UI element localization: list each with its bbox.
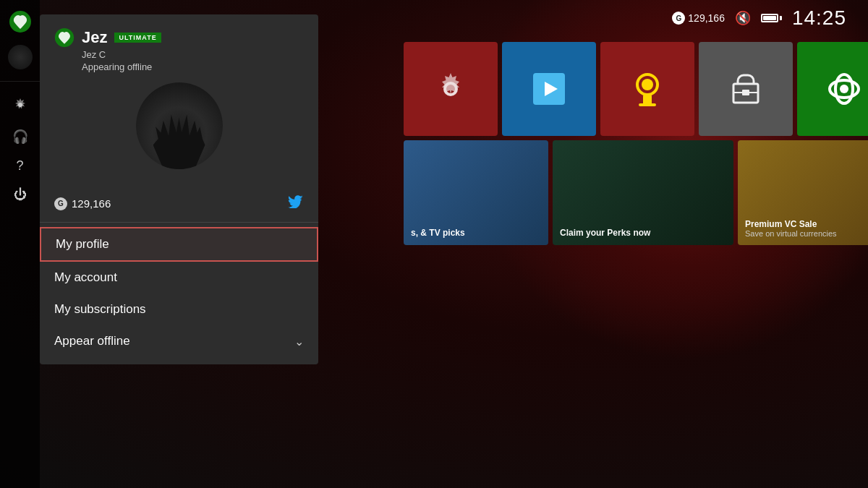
gamerscore-value: 129,166 bbox=[688, 12, 725, 24]
gs-icon: G bbox=[54, 197, 67, 210]
menu-my-profile-label: My profile bbox=[56, 237, 109, 252]
svg-rect-12 bbox=[742, 90, 749, 95]
vc-sublabel: Save on virtual currencies bbox=[745, 229, 868, 238]
tile-gamepass[interactable] bbox=[797, 42, 868, 136]
gamepass-icon bbox=[825, 69, 864, 108]
profile-divider bbox=[40, 222, 318, 223]
svg-rect-9 bbox=[639, 103, 656, 106]
menu-item-my-account[interactable]: My account bbox=[40, 262, 318, 294]
nav-avatar-small bbox=[8, 45, 33, 69]
menu-item-my-profile[interactable]: My profile bbox=[40, 227, 318, 262]
tile-settings[interactable] bbox=[404, 42, 498, 136]
battery-fill bbox=[763, 16, 776, 20]
profile-panel: Jez ULTIMATE Jez C Appearing offline G 1… bbox=[40, 14, 318, 364]
avatar-forest-bg bbox=[136, 82, 223, 169]
nav-icon-settings[interactable] bbox=[13, 98, 27, 114]
profile-avatar-large bbox=[136, 82, 223, 169]
profile-stats-row: G 129,166 bbox=[40, 189, 318, 222]
media-icon bbox=[530, 70, 568, 108]
vc-label: Premium VC Sale bbox=[745, 219, 868, 229]
ultimate-badge: ULTIMATE bbox=[114, 33, 161, 43]
tile-entertainment-content: s, & TV picks bbox=[404, 140, 548, 245]
battery-tip bbox=[780, 16, 782, 20]
nav-icon-power[interactable]: ⏻ bbox=[14, 188, 27, 201]
achievements-icon bbox=[629, 70, 666, 108]
nav-icon-headset[interactable]: 🎧 bbox=[12, 130, 28, 143]
gamerscore-display: G 129,166 bbox=[672, 12, 725, 25]
muted-icon: 🔇 bbox=[735, 10, 751, 26]
nav-icon-help[interactable]: ? bbox=[16, 159, 23, 172]
nav-user-block bbox=[0, 45, 40, 82]
dragon-label: Claim your Perks now bbox=[560, 228, 726, 238]
battery-body bbox=[761, 14, 778, 22]
profile-name-row: Jez ULTIMATE bbox=[54, 27, 304, 48]
settings-icon bbox=[432, 70, 469, 108]
g-icon: G bbox=[672, 12, 685, 25]
profile-status: Appearing offline bbox=[82, 61, 304, 72]
tile-store[interactable] bbox=[699, 42, 793, 136]
profile-realname: Jez C bbox=[82, 49, 304, 60]
svg-point-15 bbox=[840, 85, 848, 93]
tile-vc-sale[interactable]: Premium VC Sale Save on virtual currenci… bbox=[738, 140, 868, 245]
clock: 14:25 bbox=[792, 7, 846, 30]
profile-header: Jez ULTIMATE Jez C Appearing offline bbox=[40, 14, 318, 189]
menu-item-appear-offline[interactable]: Appear offline ⌄ bbox=[40, 325, 318, 357]
entertainment-label: s, & TV picks bbox=[411, 228, 541, 238]
tile-achievements[interactable] bbox=[600, 42, 694, 136]
tile-entertainment[interactable]: s, & TV picks bbox=[404, 140, 548, 245]
nav-icons: 🎧 ? ⏻ bbox=[12, 98, 28, 201]
tile-dragon-content: Claim your Perks now bbox=[553, 140, 733, 245]
tile-vc-content: Premium VC Sale Save on virtual currenci… bbox=[738, 140, 868, 245]
menu-item-my-subscriptions[interactable]: My subscriptions bbox=[40, 294, 318, 325]
svg-point-7 bbox=[642, 79, 653, 90]
vertical-nav: 🎧 ? ⏻ bbox=[0, 0, 40, 488]
menu-my-account-label: My account bbox=[54, 270, 117, 285]
store-icon bbox=[728, 71, 764, 107]
battery-indicator bbox=[761, 14, 782, 22]
topbar-right: G 129,166 🔇 14:25 bbox=[672, 7, 846, 30]
xbox-logo-small bbox=[54, 27, 75, 48]
menu-my-subscriptions-label: My subscriptions bbox=[54, 302, 146, 317]
profile-gamertag: Jez bbox=[82, 28, 107, 47]
tile-dragon[interactable]: Claim your Perks now bbox=[553, 140, 733, 245]
menu-appear-offline-label: Appear offline bbox=[54, 334, 130, 348]
profile-gs-value: 129,166 bbox=[72, 197, 111, 210]
chevron-down-icon: ⌄ bbox=[294, 335, 304, 348]
svg-rect-8 bbox=[643, 95, 652, 105]
tile-media[interactable] bbox=[502, 42, 596, 136]
profile-gamerscore-row: G 129,166 bbox=[54, 197, 111, 210]
twitter-icon[interactable] bbox=[288, 195, 304, 212]
